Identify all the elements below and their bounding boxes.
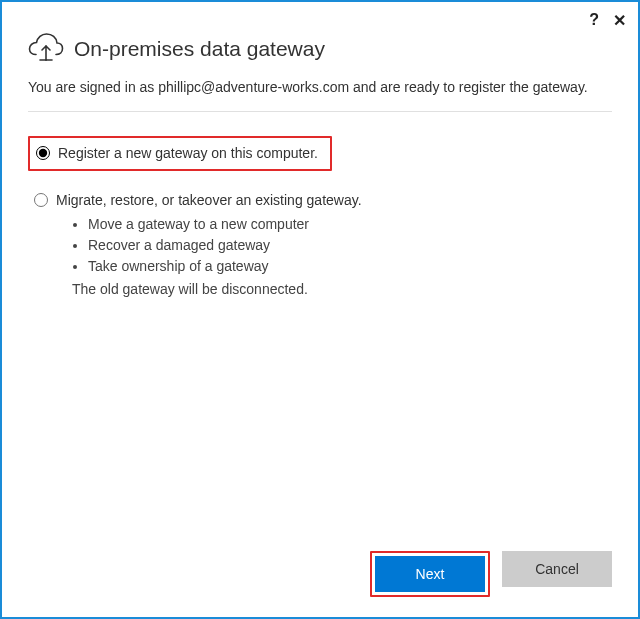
subtitle-prefix: You are signed in as (28, 79, 158, 95)
dialog-footer: Next Cancel (28, 535, 612, 597)
migrate-bullet-item: Move a gateway to a new computer (88, 214, 362, 235)
dialog-header: On-premises data gateway (28, 32, 612, 65)
radio-register-new[interactable] (36, 146, 50, 160)
cancel-button[interactable]: Cancel (502, 551, 612, 587)
migrate-bullet-item: Recover a damaged gateway (88, 235, 362, 256)
option-register-label: Register a new gateway on this computer. (58, 144, 318, 163)
dialog-window: ? ✕ On-premises data gateway You are sig… (0, 0, 640, 619)
gateway-options-group: Register a new gateway on this computer.… (28, 136, 612, 303)
cloud-upload-icon (28, 32, 64, 65)
radio-migrate[interactable] (34, 193, 48, 207)
help-icon[interactable]: ? (589, 11, 599, 29)
next-button-highlight: Next (370, 551, 490, 597)
subtitle-suffix: and are ready to register the gateway. (349, 79, 588, 95)
option-migrate[interactable]: Migrate, restore, or takeover an existin… (28, 185, 612, 303)
user-email: phillipc@adventure-works.com (158, 79, 349, 95)
migrate-note: The old gateway will be disconnected. (72, 281, 362, 297)
next-button[interactable]: Next (375, 556, 485, 592)
dialog-content: On-premises data gateway You are signed … (2, 38, 638, 617)
option-migrate-body: Migrate, restore, or takeover an existin… (56, 191, 362, 297)
migrate-bullet-item: Take ownership of a gateway (88, 256, 362, 277)
option-migrate-label: Migrate, restore, or takeover an existin… (56, 192, 362, 208)
divider (28, 111, 612, 112)
option-register-new[interactable]: Register a new gateway on this computer. (28, 136, 332, 171)
signin-status-text: You are signed in as phillipc@adventure-… (28, 79, 612, 95)
migrate-bullet-list: Move a gateway to a new computer Recover… (88, 214, 362, 277)
page-title: On-premises data gateway (74, 37, 325, 61)
close-icon[interactable]: ✕ (613, 11, 626, 30)
